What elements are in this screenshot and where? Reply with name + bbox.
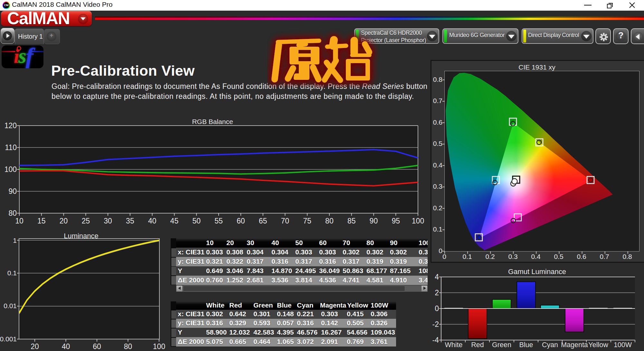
svg-text:110: 110 [5,143,17,152]
svg-text:Blue: Blue [519,341,533,349]
svg-text:100: 100 [153,342,165,351]
svg-text:White: White [445,341,463,349]
svg-text:Green: Green [492,341,511,349]
svg-text:80: 80 [124,342,132,351]
svg-text:-4: -4 [432,336,439,344]
svg-text:1: 1 [13,237,17,244]
svg-text:Red: Red [471,341,484,349]
svg-text:40: 40 [62,342,70,351]
svg-text:55: 55 [214,217,223,225]
svg-text:0: 0 [435,304,439,313]
svg-text:85: 85 [347,217,356,225]
svg-text:60: 60 [93,342,101,351]
svg-text:60: 60 [237,217,245,225]
svg-text:RGB Balance: RGB Balance [192,118,233,125]
svg-text:25: 25 [82,217,90,225]
svg-text:95: 95 [392,217,400,225]
svg-text:Yellow: Yellow [588,341,608,349]
svg-text:20: 20 [31,342,39,351]
svg-text:0.01: 0.01 [4,302,17,309]
svg-text:0.1: 0.1 [7,269,17,277]
svg-text:4: 4 [435,273,439,281]
svg-text:15: 15 [37,217,46,225]
svg-text:50: 50 [192,217,201,225]
svg-text:35: 35 [126,217,134,225]
svg-text:90: 90 [370,217,378,225]
svg-text:Gamut Luminance: Gamut Luminance [508,269,566,276]
svg-text:70: 70 [281,217,289,225]
svg-text:Magenta: Magenta [561,341,588,349]
svg-text:75: 75 [303,217,311,225]
svg-text:30: 30 [104,217,112,225]
svg-text:10: 10 [15,217,24,225]
svg-text:Cyan: Cyan [542,341,558,349]
svg-text:100W: 100W [614,341,632,349]
svg-text:80: 80 [8,209,17,217]
svg-text:100: 100 [412,217,424,225]
svg-text:2: 2 [435,289,439,297]
svg-text:45: 45 [170,217,179,225]
svg-text:80: 80 [325,217,334,225]
svg-text:120: 120 [5,121,17,130]
svg-text:90: 90 [8,187,17,195]
svg-text:40: 40 [148,217,156,225]
svg-text:-2: -2 [432,320,439,328]
svg-text:20: 20 [60,217,68,225]
svg-text:0.001: 0.001 [0,335,17,343]
svg-text:100: 100 [5,165,17,174]
svg-text:65: 65 [259,217,267,225]
